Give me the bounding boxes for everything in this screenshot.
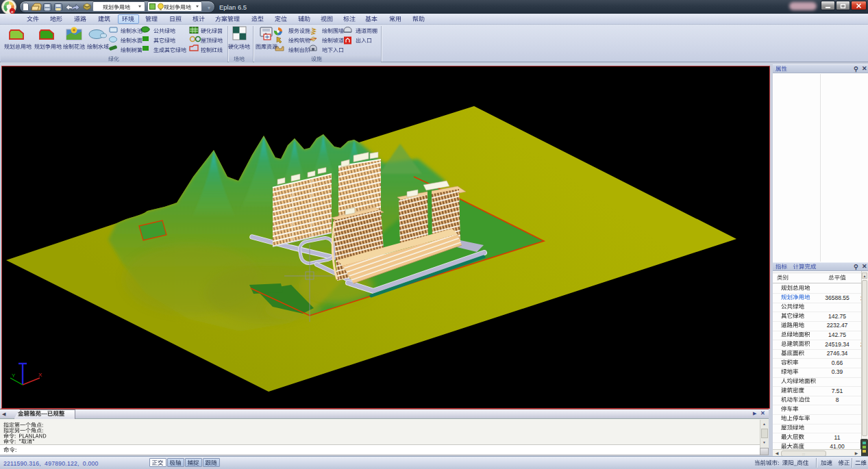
svg-text:X: X: [38, 372, 42, 378]
svg-text:Y: Y: [12, 372, 16, 379]
